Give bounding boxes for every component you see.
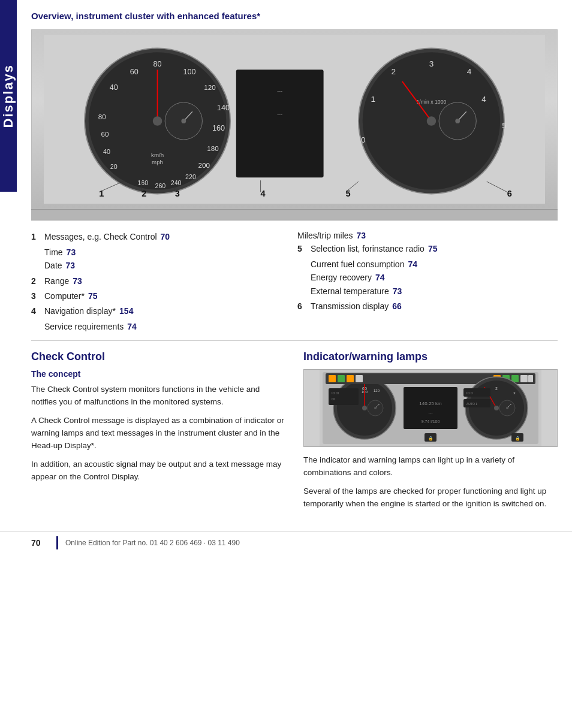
- item-6-page: 66: [392, 301, 402, 311]
- svg-text:40: 40: [103, 148, 110, 155]
- list-item-3: 3 Computer*75: [31, 290, 285, 303]
- item-2-num: 2: [31, 275, 44, 288]
- svg-text:220: 220: [185, 173, 196, 180]
- svg-text:2: 2: [391, 67, 396, 76]
- list-item-1: 1 Messages, e.g. Check Control70: [31, 231, 285, 243]
- cluster-background: 80 100 60 120 40 80 140 60 40 20 160 180…: [32, 30, 557, 209]
- svg-text:IO O: IO O: [466, 391, 473, 395]
- footer-bar: [56, 536, 58, 549]
- svg-text:80: 80: [153, 61, 162, 69]
- miles-label: Miles/trip miles: [297, 231, 353, 240]
- svg-text:240: 240: [171, 179, 182, 186]
- svg-point-66: [362, 406, 367, 410]
- item-1-primary-label: Messages, e.g. Check Control: [44, 232, 157, 241]
- svg-text:OI: OI: [332, 397, 335, 401]
- svg-text:3: 3: [429, 60, 434, 69]
- indicator-warning-section: Indicator/warning lamps 60 100 40 120: [303, 351, 558, 516]
- svg-text:4: 4: [261, 189, 266, 198]
- lower-section: Check Control The concept The Check Cont…: [31, 351, 558, 516]
- svg-point-45: [427, 116, 436, 126]
- section-divider: [31, 340, 558, 341]
- miles-page: 73: [357, 231, 366, 240]
- svg-rect-78: [520, 375, 528, 382]
- check-control-heading: Check Control: [31, 351, 285, 363]
- desc-col-right: Miles/trip miles73 5 Selection list, for…: [291, 231, 558, 333]
- svg-point-92: [506, 407, 508, 409]
- svg-text:120: 120: [374, 389, 380, 392]
- svg-text:40: 40: [110, 83, 118, 92]
- svg-text:---: ---: [277, 88, 282, 94]
- item-3-label: Computer*: [44, 291, 85, 301]
- page-number: 70: [31, 538, 49, 548]
- svg-text:2: 2: [142, 189, 146, 198]
- svg-text:0: 0: [361, 136, 365, 144]
- svg-point-21: [153, 116, 162, 126]
- svg-text:140: 140: [217, 104, 230, 112]
- svg-text:IO OI: IO OI: [332, 391, 339, 395]
- item-2-label: Range: [44, 276, 69, 286]
- svg-text:60: 60: [101, 130, 109, 138]
- desc-col-left: 1 Messages, e.g. Check Control70 Time73 …: [31, 231, 291, 333]
- item-5-page: 75: [428, 244, 438, 253]
- item-6-num: 6: [297, 300, 311, 313]
- svg-text:200: 200: [198, 161, 210, 169]
- svg-rect-73: [347, 375, 354, 382]
- item-1-sub-time: Time73: [44, 246, 285, 259]
- check-control-para1: The Check Control system monitors functi…: [31, 383, 285, 409]
- item-1-num: 1: [31, 231, 44, 243]
- item-5-sub-temp: External temperature73: [311, 285, 552, 298]
- svg-text:km/h: km/h: [151, 152, 164, 158]
- warning-image: 60 100 40 120: [303, 369, 558, 447]
- svg-rect-74: [356, 375, 363, 382]
- svg-text:🔒: 🔒: [515, 436, 520, 441]
- svg-text:100: 100: [183, 68, 195, 76]
- svg-text:2: 2: [495, 386, 498, 391]
- miles-trip-item: Miles/trip miles73: [297, 231, 552, 240]
- svg-text:AUTO 1: AUTO 1: [466, 402, 477, 406]
- footer-text: Online Edition for Part no. 01 40 2 606 …: [65, 539, 240, 547]
- item-2-page: 73: [73, 276, 82, 286]
- svg-text:mph: mph: [152, 159, 163, 165]
- the-concept-heading: The concept: [31, 369, 285, 379]
- item-6-content: Transmission display66: [311, 300, 552, 313]
- indicator-warning-heading: Indicator/warning lamps: [303, 351, 558, 363]
- item-1-sub-date: Date73: [44, 259, 285, 272]
- item-5-label: Selection list, forinstance radio: [311, 244, 425, 253]
- svg-text:80: 80: [98, 113, 106, 120]
- svg-text:160: 160: [137, 179, 148, 186]
- item-3-content: Computer*75: [44, 290, 285, 303]
- item-4-num: 4: [31, 305, 44, 318]
- svg-text:120: 120: [204, 83, 216, 91]
- page-footer: 70 Online Edition for Part no. 01 40 2 6…: [0, 531, 572, 554]
- item-5-num: 5: [297, 243, 311, 255]
- cluster-image: 80 100 60 120 40 80 140 60 40 20 160 180…: [31, 29, 558, 209]
- cluster-bottom-bar: [31, 209, 558, 220]
- svg-text:---: ---: [277, 111, 282, 117]
- item-5-content: Selection list, forinstance radio75: [311, 243, 552, 255]
- svg-text:5: 5: [502, 121, 507, 130]
- item-5-sub-fuel: Current fuel consumption74: [311, 258, 552, 271]
- item-4-page: 154: [119, 306, 133, 316]
- svg-rect-31: [236, 70, 324, 177]
- cluster-svg: 80 100 60 120 40 80 140 60 40 20 160 180…: [44, 32, 545, 206]
- check-control-section: Check Control The concept The Check Cont…: [31, 351, 285, 516]
- svg-text:1/min x 1000: 1/min x 1000: [416, 99, 446, 105]
- svg-point-89: [494, 406, 499, 410]
- svg-text:6: 6: [507, 189, 512, 198]
- svg-text:🔒: 🔒: [428, 436, 433, 441]
- item-3-page: 75: [88, 291, 98, 301]
- check-control-para3: In addition, an acoustic signal may be o…: [31, 458, 285, 484]
- svg-text:140.25 km: 140.25 km: [419, 401, 442, 406]
- svg-text:3: 3: [175, 189, 180, 198]
- item-4-label: Navigation display*: [44, 306, 116, 316]
- indicator-warning-para2: Several of the lamps are checked for pro…: [303, 485, 558, 510]
- list-item-4: 4 Navigation display*154: [31, 305, 285, 318]
- svg-text:4: 4: [481, 95, 486, 104]
- item-5-sub-energy: Energy recovery74: [311, 271, 552, 284]
- description-section: 1 Messages, e.g. Check Control70 Time73 …: [31, 220, 558, 338]
- svg-rect-72: [338, 375, 345, 382]
- svg-text:60: 60: [130, 68, 139, 76]
- item-3-num: 3: [31, 290, 44, 303]
- page-title: Overview, instrument cluster with enhanc…: [31, 11, 558, 21]
- item-1-content: Messages, e.g. Check Control70: [44, 231, 285, 243]
